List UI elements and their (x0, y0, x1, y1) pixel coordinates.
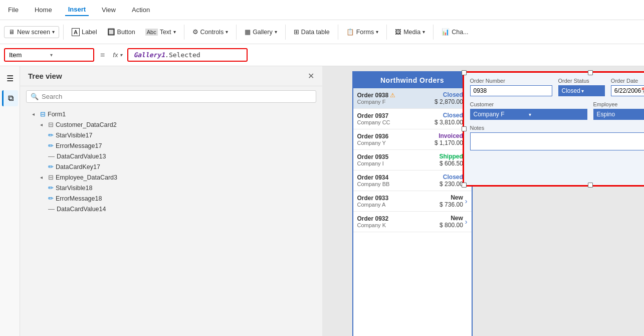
menu-file[interactable]: File (5, 4, 22, 16)
button-button[interactable]: 🔲 Button (103, 26, 139, 38)
handle-ml[interactable] (462, 126, 467, 131)
employee-label: Employee (593, 101, 645, 107)
company-0938: Company F (357, 99, 435, 105)
gallery-panel: Northwind Orders Order 0938 ⚠ Company F … (352, 71, 473, 336)
order-id-0938: Order 0938 (357, 92, 389, 99)
calendar-icon-1: 📅 (641, 87, 644, 94)
handle-bc[interactable] (588, 183, 593, 188)
employee-select[interactable]: Espino ▾ (593, 109, 645, 120)
formula-gallery-part: Gallery1 (133, 51, 165, 59)
tree-employee-datacard3[interactable]: ◂ ⊟ Employee_DataCard3 (20, 172, 322, 183)
charts-icon: 📊 (442, 28, 450, 36)
handle-bl[interactable] (462, 183, 467, 188)
controls-icon: ⚙ (192, 28, 198, 36)
menu-home[interactable]: Home (32, 4, 55, 16)
search-container: 🔍 (26, 90, 316, 103)
gallery-row-0936[interactable]: Order 0936 Company Y Invoiced $ 1,170.00… (353, 129, 472, 150)
order-status-select[interactable]: Closed ▾ (558, 85, 605, 96)
menu-bar: File Home Insert View Action (0, 0, 644, 20)
monitor-icon: 🖥 (9, 29, 15, 36)
order-number-input[interactable] (470, 85, 552, 96)
layers-icon[interactable]: ⧉ (2, 90, 18, 106)
tree-errormessage17[interactable]: ✏ ErrorMessage17 (20, 140, 322, 151)
text-button[interactable]: Abc Text ▾ (141, 27, 180, 38)
menu-action[interactable]: Action (129, 4, 153, 16)
forms-icon: 📋 (346, 28, 354, 36)
item-dropdown[interactable]: Item ▾ (4, 48, 94, 62)
item-label: Item (9, 51, 48, 59)
amount-0932: $ 800.00 (440, 222, 463, 229)
form-content: Order Number Order Status Closed ▾ Or (464, 73, 645, 157)
edit-icon-1: ✏ (48, 131, 54, 139)
amount-0934: $ 230.00 (440, 181, 463, 188)
status-0933: New (440, 194, 463, 201)
sidebar-header: Tree view ✕ (20, 66, 322, 86)
tree-starvisible18[interactable]: ✏ StarVisible18 (20, 183, 322, 193)
gallery-row-0933[interactable]: Order 0933 Company A New $ 736.00 › (353, 191, 472, 212)
ribbon: 🖥 New screen ▾ A Label 🔲 Button Abc Text… (0, 20, 644, 44)
gallery-row-0935[interactable]: Order 0935 Company I Shipped $ 606.50 › (353, 150, 472, 171)
forms-chevron-icon: ▾ (376, 29, 378, 35)
order-id-0934: Order 0934 (357, 174, 440, 181)
notes-label: Notes (470, 125, 645, 131)
order-number-field: Order Number (470, 78, 552, 96)
menu-view[interactable]: View (99, 4, 119, 16)
edit-icon-5: ✏ (48, 195, 54, 202)
chevron-right-icon-0933: › (465, 197, 468, 205)
warning-icon-0938: ⚠ (390, 92, 395, 99)
ribbon-separator-7 (433, 25, 434, 40)
menu-insert[interactable]: Insert (65, 4, 89, 16)
amount-0938: $ 2,870.00 (435, 98, 463, 105)
chevron-down-icon: ▾ (52, 29, 55, 35)
dropdown-chevron-icon: ▾ (50, 52, 89, 58)
data-table-button[interactable]: ⊞ Data table (290, 26, 334, 38)
tree-view: ◂ ⊟ Form1 ◂ ⊟ Customer_DataCard2 ✏ StarV… (20, 107, 322, 336)
tree-datacardkey17[interactable]: ✏ DataCardKey17 (20, 161, 322, 172)
notes-textarea[interactable] (470, 132, 645, 150)
tree-label-employee-datacard3: Employee_DataCard3 (56, 174, 117, 181)
handle-tl[interactable] (462, 70, 467, 75)
tree-label-errormessage18: ErrorMessage18 (56, 195, 102, 202)
tree-form1[interactable]: ◂ ⊟ Form1 (20, 109, 322, 119)
order-id-0937: Order 0937 (357, 112, 435, 119)
charts-button[interactable]: 📊 Cha... (438, 26, 472, 38)
tree-starvisible17[interactable]: ✏ StarVisible17 (20, 130, 322, 140)
gallery-chevron-icon: ▾ (275, 29, 277, 35)
gallery-row-0937[interactable]: Order 0937 Company CC Closed $ 3,810.00 … (353, 109, 472, 129)
customer-chevron-icon: ▾ (529, 112, 584, 117)
tree-errormessage18[interactable]: ✏ ErrorMessage18 (20, 193, 322, 204)
gallery-row-0934[interactable]: Order 0934 Company BB Closed $ 230.00 › (353, 171, 472, 191)
tree-label-errormessage17: ErrorMessage17 (56, 142, 102, 149)
gallery-button[interactable]: ▦ Gallery ▾ (241, 26, 281, 38)
label-button[interactable]: A Label (68, 26, 101, 38)
hamburger-menu-icon[interactable]: ☰ (2, 70, 18, 86)
tree-label-datacardvalue13: DataCardValue13 (57, 153, 106, 160)
customer-label: Customer (470, 101, 587, 107)
gallery-row-0938[interactable]: Order 0938 ⚠ Company F Closed $ 2,870.00… (353, 88, 472, 109)
form-panel: Order Number Order Status Closed ▾ Or (463, 71, 645, 187)
gallery-row-0932[interactable]: Order 0932 Company K New $ 800.00 › (353, 212, 472, 232)
gallery-icon: ▦ (245, 28, 251, 36)
ribbon-separator-6 (386, 25, 387, 40)
customer-select[interactable]: Company F ▾ (470, 109, 587, 120)
new-screen-button[interactable]: 🖥 New screen ▾ (4, 26, 59, 38)
controls-button[interactable]: ⚙ Controls ▾ (188, 26, 233, 38)
order-status-chevron-icon: ▾ (581, 88, 601, 94)
order-date-input[interactable]: 6/22/2006 📅 (611, 85, 644, 96)
formula-expression[interactable]: Gallery1.Selected (127, 48, 248, 62)
collapse-icon: ◂ (32, 111, 38, 117)
handle-tc[interactable] (588, 70, 593, 75)
search-input[interactable] (42, 93, 312, 100)
close-icon[interactable]: ✕ (308, 71, 314, 81)
order-id-0933: Order 0933 (357, 195, 440, 202)
tree-label-datacardvalue14: DataCardValue14 (57, 206, 106, 213)
tree-label-datacardkey17: DataCardKey17 (56, 163, 100, 171)
amount-0935: $ 606.50 (439, 160, 463, 167)
tree-customer-datacard2[interactable]: ◂ ⊟ Customer_DataCard2 (20, 119, 322, 130)
tree-datacardvalue14[interactable]: — DataCardValue14 (20, 204, 322, 214)
media-button[interactable]: 🖼 Media ▾ (391, 27, 429, 38)
edit-icon-4: ✏ (48, 184, 54, 192)
forms-button[interactable]: 📋 Forms ▾ (342, 26, 382, 38)
customer-value: Company F (474, 111, 529, 118)
tree-datacardvalue13[interactable]: — DataCardValue13 (20, 151, 322, 161)
